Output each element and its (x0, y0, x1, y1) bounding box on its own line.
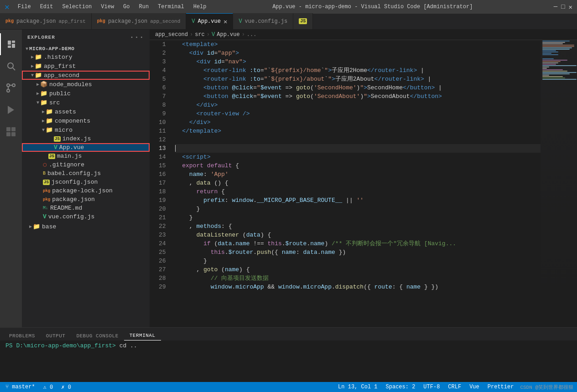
sidebar-item-base[interactable]: ▶ 📁 base (22, 222, 150, 231)
minimap-line (542, 77, 565, 78)
root-chevron: ▼ (26, 46, 28, 52)
menu-terminal[interactable]: Terminal (155, 3, 187, 11)
sidebar: EXPLORER ··· ▼ MICRO-APP-DEMO ▶ 📁 .histo… (22, 30, 150, 327)
public-label: public (49, 90, 71, 97)
status-spaces[interactable]: Spaces: 2 (384, 384, 417, 390)
status-errors[interactable]: ✗ 0 (59, 384, 73, 391)
minimap-line (542, 53, 551, 54)
sidebar-item-node-modules[interactable]: ▶ 📦 node_modules (22, 80, 150, 89)
sidebar-item-public[interactable]: ▶ 📁 public (22, 89, 150, 98)
sidebar-item-gitignore[interactable]: ⬡ .gitignore (22, 160, 150, 169)
activity-explorer[interactable] (0, 33, 22, 55)
menu-run[interactable]: Run (136, 3, 152, 11)
sidebar-item-pkg-json[interactable]: pkg package.json (22, 195, 150, 204)
sidebar-item-app-first[interactable]: ▶ 📁 app_first (22, 62, 150, 71)
svg-marker-11 (8, 106, 14, 114)
tab-js[interactable]: JS (293, 13, 313, 29)
node-modules-icon: 📦 (40, 81, 47, 88)
code-line-27: , goto (name) { (175, 265, 541, 274)
sidebar-item-app-second[interactable]: ▼ 📁 app_second (22, 71, 150, 80)
code-content[interactable]: <template> <div id="app"> <div id="nav">… (172, 40, 541, 327)
minimize-button[interactable]: ─ (554, 3, 557, 11)
breadcrumb-dots: ... (247, 31, 257, 38)
minimap-line (542, 69, 563, 70)
breadcrumb-app-second: app_second (155, 31, 188, 38)
title-bar-left: ✕ File Edit Selection View Go Run Termin… (5, 2, 209, 12)
tab-package-json-first[interactable]: pkg package.json app_first (0, 13, 92, 29)
panel-tab-terminal[interactable]: TERMINAL (124, 331, 161, 340)
activity-source-control[interactable] (0, 77, 22, 99)
sidebar-item-index-js[interactable]: JS index.js (22, 134, 150, 143)
tree-root[interactable]: ▼ MICRO-APP-DEMO (22, 45, 150, 52)
menu-selection[interactable]: Selection (59, 3, 94, 11)
components-icon: 📁 (46, 117, 53, 124)
activity-extensions[interactable] (0, 121, 22, 143)
tab-close-appvue[interactable]: ✕ (224, 18, 227, 26)
app-first-folder-icon: 📁 (35, 62, 42, 70)
sidebar-item-jsconfig[interactable]: JS jsconfig.json (22, 178, 150, 186)
src-folder-icon: 📁 (40, 99, 47, 106)
tab-icon-pkg2: pkg (97, 19, 105, 24)
svg-rect-13 (11, 127, 16, 131)
status-warnings[interactable]: ⚠ 0 (42, 384, 55, 391)
status-branch[interactable]: ⑂ master* (4, 384, 37, 390)
sidebar-more-button[interactable]: ··· (130, 33, 144, 41)
sidebar-item-assets[interactable]: ▶ 📁 assets (22, 107, 150, 116)
code-line-22: , methods: { (175, 222, 541, 231)
tab-package-json-second[interactable]: pkg package.json app_second (92, 13, 186, 29)
minimap-line (542, 47, 572, 48)
minimap-line (542, 45, 574, 46)
menu-go[interactable]: Go (120, 3, 132, 11)
code-line-8: </div> (175, 101, 541, 109)
status-eol[interactable]: CRLF (446, 384, 463, 390)
sidebar-item-babel[interactable]: B babel.config.js (22, 169, 150, 178)
code-container: 12345 678910 1112131415 1617181920 21222… (150, 40, 577, 327)
status-formatter[interactable]: Prettier (486, 384, 516, 390)
status-encoding[interactable]: UTF-8 (421, 384, 442, 390)
sidebar-item-pkg-lock[interactable]: pkg package-lock.json (22, 186, 150, 195)
main-content: EXPLORER ··· ▼ MICRO-APP-DEMO ▶ 📁 .histo… (0, 30, 577, 327)
tab-vue-config[interactable]: V vue.config.js (233, 13, 293, 29)
terminal-content[interactable]: PS D:\micro-app-demo\app_first> cd .. (0, 340, 577, 382)
tab-icon-pkg1: pkg (5, 19, 14, 24)
minimap-line (542, 43, 563, 44)
minimap-line (542, 73, 570, 74)
sidebar-item-history[interactable]: ▶ 📁 .history (22, 52, 150, 62)
menu-view[interactable]: View (98, 3, 117, 11)
status-position[interactable]: Ln 13, Col 1 (336, 384, 379, 390)
activity-run[interactable] (0, 99, 22, 121)
minimap-line (542, 67, 549, 67)
menu-file[interactable]: File (15, 3, 34, 11)
sidebar-item-components[interactable]: ▶ 📁 components (22, 116, 150, 125)
app-vue-icon: V (54, 144, 57, 151)
breadcrumb-sep1: › (190, 31, 193, 38)
code-line-19: prefix: window.__MICRO_APP_BASE_ROUTE__ … (175, 196, 541, 205)
code-line-3: <div id="nav"> (175, 57, 541, 66)
code-line-4: <router-link :to="`${prefix}/home`">子应用2… (175, 66, 541, 75)
tab-app-vue[interactable]: V App.vue ✕ (186, 13, 233, 29)
code-line-14: <script> (175, 153, 541, 161)
menu-help[interactable]: Help (191, 3, 209, 11)
pkg-json-label: package.json (52, 196, 95, 203)
menu-edit[interactable]: Edit (37, 3, 56, 11)
sidebar-item-app-vue[interactable]: V App.vue (22, 143, 150, 152)
close-button[interactable]: ✕ (569, 3, 572, 11)
maximize-button[interactable]: □ (561, 3, 565, 11)
code-line-24: if (data.name !== this.$route.name) /** … (175, 239, 541, 248)
code-line-2: <div id="app"> (175, 49, 541, 57)
panel-tab-problems[interactable]: PROBLEMS (4, 331, 41, 340)
sidebar-item-micro[interactable]: ▼ 📁 micro (22, 125, 150, 134)
sidebar-item-main-js[interactable]: JS main.js (22, 152, 150, 160)
status-language[interactable]: Vue (468, 384, 481, 390)
panel-tab-output[interactable]: OUTPUT (41, 331, 71, 340)
minimap-line (542, 42, 565, 43)
activity-search[interactable] (0, 55, 22, 77)
line-numbers: 12345 678910 1112131415 1617181920 21222… (150, 40, 172, 327)
svg-rect-15 (11, 132, 16, 136)
sidebar-item-readme[interactable]: M↓ README.md (22, 204, 150, 212)
minimap-line (542, 75, 549, 76)
sidebar-item-src[interactable]: ▼ 📁 src (22, 98, 150, 107)
tab-icon-vueconfig: V (239, 18, 242, 25)
sidebar-item-vue-config[interactable]: V vue.config.js (22, 212, 150, 221)
panel-tab-debug[interactable]: DEBUG CONSOLE (71, 331, 124, 340)
